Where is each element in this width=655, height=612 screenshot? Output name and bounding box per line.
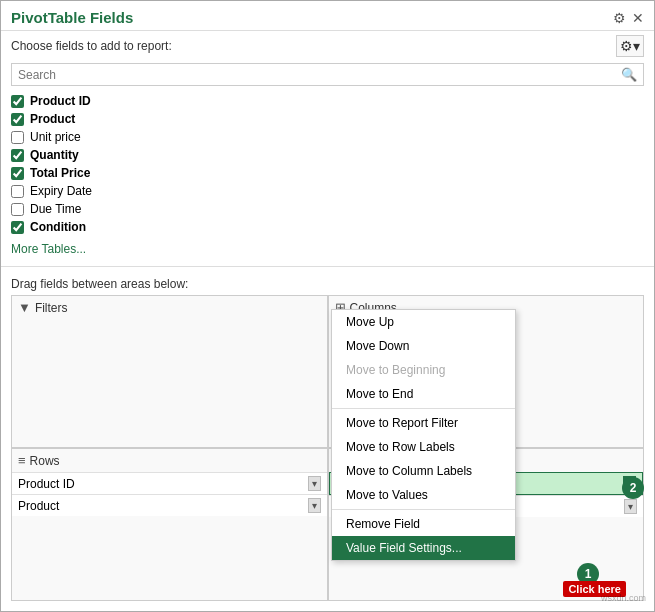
field-item-quantity: Quantity — [11, 146, 644, 164]
values-item-2-dropdown[interactable]: ▾ — [624, 499, 637, 514]
watermark: wsxdn.com — [601, 593, 646, 603]
field-item-total-price: Total Price — [11, 164, 644, 182]
panel-header: PivotTable Fields ⚙ ✕ — [1, 1, 654, 31]
rows-item-2-label: Product — [18, 499, 59, 513]
ctx-move-to-values[interactable]: Move to Values — [332, 483, 515, 507]
ctx-value-field-settings[interactable]: Value Field Settings... — [332, 536, 515, 560]
panel-title: PivotTable Fields — [11, 9, 133, 26]
filters-label: Filters — [35, 301, 68, 315]
more-tables-link[interactable]: More Tables... — [1, 238, 654, 260]
rows-item-2-dropdown[interactable]: ▾ — [308, 498, 321, 513]
field-item-unit-price: Unit price — [11, 128, 644, 146]
ctx-move-to-beginning: Move to Beginning — [332, 358, 515, 382]
gear-button[interactable]: ⚙▾ — [616, 35, 644, 57]
field-item-expiry-date: Expiry Date — [11, 182, 644, 200]
field-item-condition: Condition — [11, 218, 644, 236]
drag-label: Drag fields between areas below: — [1, 273, 654, 295]
field-label-expiry-date: Expiry Date — [30, 184, 92, 198]
field-label-due-time: Due Time — [30, 202, 81, 216]
field-label-total-price: Total Price — [30, 166, 90, 180]
areas-grid: ▼ Filters ⊞ Columns ≡ Rows Product ID ▾ … — [1, 295, 654, 611]
field-item-product-id: Product ID — [11, 92, 644, 110]
rows-item-1: Product ID ▾ — [12, 472, 327, 494]
rows-label: Rows — [30, 454, 60, 468]
fields-list: Product IDProductUnit priceQuantityTotal… — [1, 90, 654, 238]
ctx-move-to-row-labels[interactable]: Move to Row Labels — [332, 435, 515, 459]
choose-label-row: Choose fields to add to report: ⚙▾ — [1, 31, 654, 61]
ctx-move-to-report-filter[interactable]: Move to Report Filter — [332, 411, 515, 435]
rows-item-1-label: Product ID — [18, 477, 75, 491]
ctx-move-to-end[interactable]: Move to End — [332, 382, 515, 406]
field-label-unit-price: Unit price — [30, 130, 81, 144]
rows-area: ≡ Rows Product ID ▾ Product ▾ — [11, 448, 328, 601]
search-icon: 🔍 — [615, 64, 643, 85]
filters-header: ▼ Filters — [12, 296, 327, 319]
choose-label-text: Choose fields to add to report: — [11, 39, 172, 53]
checkbox-expiry-date[interactable] — [11, 185, 24, 198]
rows-icon: ≡ — [18, 453, 26, 468]
pivot-table-fields-panel: PivotTable Fields ⚙ ✕ Choose fields to a… — [0, 0, 655, 612]
ctx-move-up[interactable]: Move Up — [332, 310, 515, 334]
ctx-remove-field[interactable]: Remove Field — [332, 512, 515, 536]
rows-item-1-dropdown[interactable]: ▾ — [308, 476, 321, 491]
filter-icon: ▼ — [18, 300, 31, 315]
checkbox-product[interactable] — [11, 113, 24, 126]
ctx-move-to-column-labels[interactable]: Move to Column Labels — [332, 459, 515, 483]
ctx-move-down[interactable]: Move Down — [332, 334, 515, 358]
rows-header: ≡ Rows — [12, 449, 327, 472]
field-label-product: Product — [30, 112, 75, 126]
checkbox-due-time[interactable] — [11, 203, 24, 216]
divider2 — [332, 509, 515, 510]
divider — [1, 266, 654, 267]
search-bar: 🔍 — [11, 63, 644, 86]
panel-controls: ⚙ ✕ — [613, 10, 644, 26]
checkbox-total-price[interactable] — [11, 167, 24, 180]
checkbox-quantity[interactable] — [11, 149, 24, 162]
field-label-condition: Condition — [30, 220, 86, 234]
badge-2: 2 — [622, 477, 644, 499]
checkbox-unit-price[interactable] — [11, 131, 24, 144]
context-menu: Move UpMove DownMove to BeginningMove to… — [331, 309, 516, 561]
settings-icon[interactable]: ⚙ — [613, 10, 626, 26]
field-label-quantity: Quantity — [30, 148, 79, 162]
field-item-due-time: Due Time — [11, 200, 644, 218]
filters-area: ▼ Filters — [11, 295, 328, 448]
divider1 — [332, 408, 515, 409]
field-item-product: Product — [11, 110, 644, 128]
field-label-product-id: Product ID — [30, 94, 91, 108]
close-icon[interactable]: ✕ — [632, 10, 644, 26]
search-input[interactable] — [12, 65, 615, 85]
rows-item-2: Product ▾ — [12, 494, 327, 516]
checkbox-condition[interactable] — [11, 221, 24, 234]
checkbox-product-id[interactable] — [11, 95, 24, 108]
